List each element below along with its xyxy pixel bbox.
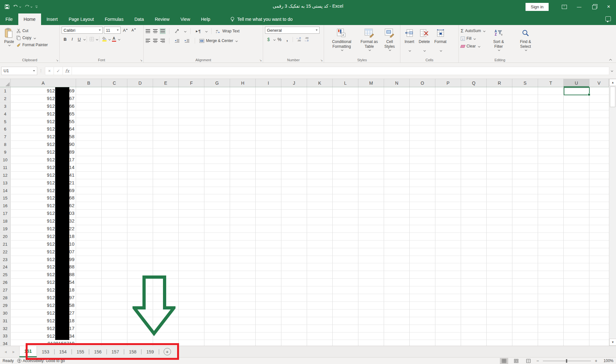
format-cells-button[interactable]: Format: [432, 27, 449, 56]
column-header-M[interactable]: M: [358, 79, 384, 87]
wrap-text-button[interactable]: abc Wrap Text: [216, 28, 240, 35]
cell-styles-dropdown-icon[interactable]: [389, 49, 391, 51]
decrease-font-size-button[interactable]: A▼: [130, 27, 137, 34]
top-align-button[interactable]: [146, 29, 150, 33]
insert-cells-button[interactable]: Insert: [402, 27, 416, 56]
copy-button[interactable]: Copy: [16, 34, 48, 41]
fill-button[interactable]: ↓Fill: [461, 35, 485, 42]
sheet-tab-153[interactable]: 153: [37, 346, 54, 357]
column-header-U[interactable]: U: [564, 79, 589, 87]
underline-dropdown-icon[interactable]: [83, 38, 86, 40]
accessibility-status[interactable]: Accessibility: Good to go: [17, 359, 65, 363]
formula-input[interactable]: [72, 67, 609, 75]
center-button[interactable]: [153, 38, 158, 43]
row-header-28[interactable]: 28: [0, 294, 11, 301]
row-header-29[interactable]: 29: [0, 302, 11, 309]
sheet-tab-158[interactable]: 158: [124, 346, 141, 357]
reading-order-icon[interactable]: ▶¶: [195, 28, 202, 35]
name-box-dropdown-icon[interactable]: [33, 70, 35, 72]
copy-dropdown-icon[interactable]: [34, 37, 36, 39]
cut-button[interactable]: Cut: [16, 27, 48, 34]
row-header-32[interactable]: 32: [0, 325, 11, 332]
empty-cells-region[interactable]: [76, 248, 609, 256]
ribbon-display-options-icon[interactable]: [557, 0, 572, 13]
row-header-14[interactable]: 14: [0, 187, 11, 194]
row-header-1[interactable]: 1: [0, 87, 11, 95]
empty-cells-region[interactable]: [76, 179, 609, 187]
middle-align-button[interactable]: [153, 29, 158, 33]
clipboard-dialog-launcher-icon[interactable]: ↘: [56, 59, 58, 62]
empty-cells-region[interactable]: [76, 217, 609, 225]
zoom-slider-thumb[interactable]: [566, 359, 567, 363]
row-header-2[interactable]: 2: [0, 95, 11, 102]
number-dialog-launcher-icon[interactable]: ↘: [320, 59, 323, 62]
percent-style-button[interactable]: %: [276, 36, 283, 43]
zoom-slider[interactable]: [543, 361, 591, 361]
sort-filter-button[interactable]: AZ Sort & Filter: [486, 27, 511, 56]
orientation-icon[interactable]: [174, 28, 181, 35]
zoom-out-button[interactable]: −: [536, 358, 539, 363]
column-header-B[interactable]: B: [76, 79, 102, 87]
column-header-Q[interactable]: Q: [461, 79, 487, 87]
decrease-indent-icon[interactable]: [174, 37, 181, 44]
column-header-L[interactable]: L: [333, 79, 358, 87]
row-header-30[interactable]: 30: [0, 309, 11, 317]
row-header-10[interactable]: 10: [0, 156, 11, 164]
accounting-format-button[interactable]: $: [265, 36, 272, 43]
sheet-tab-151[interactable]: 151: [19, 346, 37, 357]
row-header-22[interactable]: 22: [0, 248, 11, 256]
delete-dropdown-icon[interactable]: [424, 49, 426, 52]
empty-cells-region[interactable]: [76, 202, 609, 209]
close-button[interactable]: ×: [601, 0, 616, 13]
align-right-button[interactable]: [160, 38, 165, 43]
row-header-9[interactable]: 9: [0, 148, 11, 156]
row-header-34[interactable]: 34: [0, 340, 11, 346]
autosum-button[interactable]: ΣAutoSum: [461, 27, 485, 34]
column-header-J[interactable]: J: [281, 79, 307, 87]
restore-button[interactable]: [586, 0, 601, 13]
merge-center-button[interactable]: Merge & Center: [199, 37, 237, 44]
bold-button[interactable]: B: [62, 36, 69, 43]
customize-qat-icon[interactable]: [35, 6, 38, 8]
row-header-13[interactable]: 13: [0, 179, 11, 187]
font-size-select[interactable]: 11: [104, 27, 121, 34]
empty-cells-region[interactable]: [76, 164, 609, 171]
empty-cells-region[interactable]: [76, 187, 609, 194]
font-size-dropdown-icon[interactable]: [117, 30, 119, 31]
increase-indent-icon[interactable]: [184, 37, 191, 44]
row-header-4[interactable]: 4: [0, 110, 11, 118]
comma-style-button[interactable]: ,: [284, 36, 291, 43]
column-header-V[interactable]: V: [589, 79, 609, 87]
comments-icon[interactable]: [605, 16, 611, 21]
sheet-tab-156[interactable]: 156: [89, 346, 106, 357]
tab-data[interactable]: Data: [129, 13, 150, 25]
sign-in-button[interactable]: Sign in: [526, 3, 549, 11]
empty-cells-region[interactable]: [76, 263, 609, 271]
row-header-17[interactable]: 17: [0, 210, 11, 217]
tab-insert[interactable]: Insert: [41, 13, 63, 25]
row-header-19[interactable]: 19: [0, 225, 11, 233]
empty-cells-region[interactable]: [76, 133, 609, 140]
delete-cells-button[interactable]: Delete: [416, 27, 432, 56]
paste-dropdown-icon[interactable]: [8, 44, 11, 46]
reading-order-dropdown-icon[interactable]: [205, 30, 208, 32]
column-header-P[interactable]: P: [435, 79, 461, 87]
cell-styles-button[interactable]: Cell Styles: [381, 27, 398, 56]
row-header-3[interactable]: 3: [0, 103, 11, 110]
empty-cells-region[interactable]: [76, 225, 609, 233]
empty-cells-region[interactable]: [76, 241, 609, 248]
column-header-S[interactable]: S: [512, 79, 538, 87]
redo-dropdown-icon[interactable]: [30, 6, 32, 8]
fill-dropdown-icon[interactable]: [474, 37, 476, 39]
row-header-24[interactable]: 24: [0, 263, 11, 271]
font-dialog-launcher-icon[interactable]: ↘: [140, 59, 142, 62]
tab-home[interactable]: Home: [18, 13, 41, 25]
row-header-5[interactable]: 5: [0, 118, 11, 125]
row-header-23[interactable]: 23: [0, 256, 11, 263]
column-header-R[interactable]: R: [487, 79, 512, 87]
merge-center-dropdown-icon[interactable]: [235, 39, 238, 42]
row-header-7[interactable]: 7: [0, 133, 11, 140]
column-header-F[interactable]: F: [179, 79, 204, 87]
row-header-26[interactable]: 26: [0, 279, 11, 286]
increase-decimal-button[interactable]: ←.0.00: [295, 36, 302, 43]
